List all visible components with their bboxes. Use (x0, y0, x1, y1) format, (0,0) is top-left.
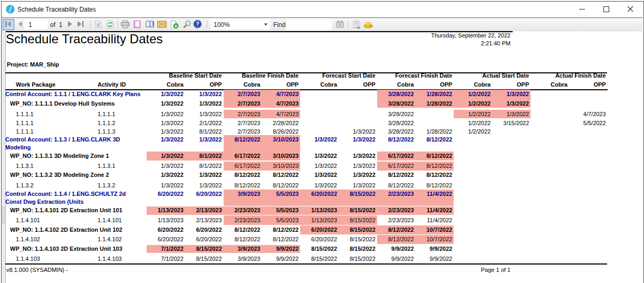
svg-text:?: ? (196, 21, 199, 27)
